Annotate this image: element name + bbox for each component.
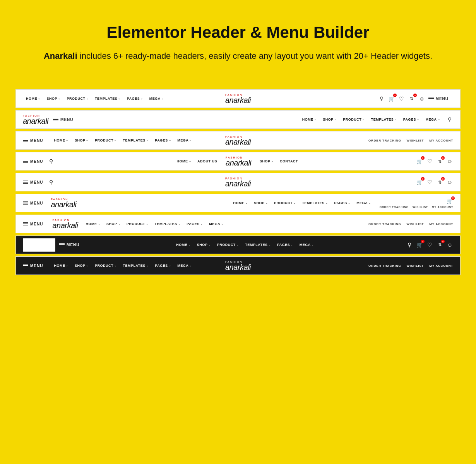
- icons-group-4: 🛒 0 ♡ ⇅ 0 ☺: [416, 158, 453, 165]
- nav-templates-7[interactable]: TEMPLATES ⌄: [152, 222, 184, 226]
- logo-text-3: anarkali: [225, 138, 251, 146]
- search-icon[interactable]: ⚲: [378, 95, 385, 102]
- nav-group-right-2: HOME ⌄ SHOP ⌄ PRODUCT ⌄ TEMPLATES ⌄ PAGE…: [299, 116, 453, 123]
- account-icon-8[interactable]: ☺: [446, 241, 453, 248]
- nav-product-2[interactable]: PRODUCT ⌄: [340, 118, 368, 121]
- nav-templates-3[interactable]: TEMPLATES ⌄: [120, 138, 152, 142]
- logo-center-5: FASHION anarkali: [225, 177, 251, 188]
- nav-pages-7[interactable]: PAGES ⌄: [183, 222, 206, 226]
- cart-icon-6[interactable]: 🛒 0: [446, 198, 453, 205]
- nav-shop-3[interactable]: SHOP ⌄: [72, 138, 92, 142]
- hamburger-menu-9[interactable]: MENU: [23, 264, 43, 268]
- my-account-6[interactable]: MY ACCOUNT: [432, 206, 453, 208]
- text-links-7: ORDER TRACKING WISHLIST MY ACCOUNT: [368, 222, 453, 226]
- nav-home-9[interactable]: HOME ⌄: [51, 264, 72, 268]
- nav-mega-6[interactable]: MEGA ⌄: [353, 201, 374, 205]
- search-icon-5[interactable]: ⚲: [48, 179, 55, 186]
- hamburger-menu-2[interactable]: MENU: [53, 118, 73, 122]
- my-account-9[interactable]: MY ACCOUNT: [429, 264, 453, 268]
- nav-shop-6[interactable]: SHOP ⌄: [251, 201, 271, 205]
- account-icon[interactable]: ☺: [418, 95, 425, 102]
- account-icon-5[interactable]: ☺: [446, 179, 453, 186]
- nav-shop-9[interactable]: SHOP ⌄: [72, 264, 92, 268]
- nav-home-6[interactable]: HOME ⌄: [230, 201, 251, 205]
- header-bar-5: MENU ⚲ FASHION anarkali 🛒 0 ♡ ⇅ 0 ☺: [15, 173, 461, 191]
- hamburger-menu-3[interactable]: MENU: [23, 138, 43, 143]
- wishlist-icon[interactable]: ♡: [398, 95, 405, 102]
- nav-product-8[interactable]: PRODUCT ⌄: [214, 243, 242, 247]
- nav-mega-9[interactable]: MEGA ⌄: [174, 264, 195, 268]
- nav-product-3[interactable]: PRODUCT ⌄: [92, 138, 120, 142]
- wishlist-3[interactable]: WISHLIST: [407, 139, 424, 142]
- cart-icon-8[interactable]: 🛒 0: [416, 241, 423, 248]
- search-icon-8[interactable]: ⚲: [406, 241, 413, 248]
- nav-templates-2[interactable]: TEMPLATES ⌄: [368, 118, 400, 121]
- hamburger-menu-8[interactable]: MENU: [59, 243, 79, 247]
- nav-7: HOME ⌄ SHOP ⌄ PRODUCT ⌄ TEMPLATES ⌄ PAGE…: [83, 222, 227, 226]
- hamburger-menu-7[interactable]: MENU: [23, 222, 43, 226]
- order-tracking-7[interactable]: ORDER TRACKING: [368, 222, 401, 226]
- nav-pages-1[interactable]: PAGES ⌄: [124, 97, 146, 101]
- search-icon-2[interactable]: ⚲: [446, 116, 453, 123]
- nav-shop-1[interactable]: SHOP ⌄: [44, 97, 64, 101]
- my-account-3[interactable]: MY ACCOUNT: [429, 139, 453, 142]
- order-tracking-3[interactable]: ORDER TRACKING: [368, 139, 401, 142]
- nav-pages-2[interactable]: PAGES ⌄: [400, 118, 423, 121]
- nav-center-8: HOME ⌄ SHOP ⌄ PRODUCT ⌄ TEMPLATES ⌄ PAGE…: [173, 243, 317, 247]
- nav-product-6[interactable]: PRODUCT ⌄: [271, 201, 299, 205]
- nav-pages-9[interactable]: PAGES ⌄: [152, 264, 174, 268]
- nav-shop-2[interactable]: SHOP ⌄: [320, 118, 340, 121]
- compare-badge-4: 0: [441, 156, 445, 160]
- nav-shop-7[interactable]: SHOP ⌄: [103, 222, 123, 226]
- account-icon-4[interactable]: ☺: [446, 158, 453, 165]
- my-account-7[interactable]: MY ACCOUNT: [429, 222, 453, 226]
- nav-pages-8[interactable]: PAGES ⌄: [274, 243, 296, 247]
- nav-home-1[interactable]: HOME ⌄: [23, 97, 44, 101]
- wishlist-icon-5[interactable]: ♡: [426, 179, 433, 186]
- nav-templates-9[interactable]: TEMPLATES ⌄: [120, 264, 152, 268]
- hero-title: Elementor Header & Menu Builder: [8, 23, 468, 42]
- nav-home-4[interactable]: HOME ⌄: [174, 159, 195, 163]
- nav-mega-3[interactable]: MEGA ⌄: [174, 138, 195, 142]
- nav-home-2[interactable]: HOME ⌄: [299, 118, 320, 121]
- compare-icon-5[interactable]: ⇅ 0: [436, 179, 443, 186]
- nav-mega-1[interactable]: MEGA ⌄: [146, 97, 167, 101]
- nav-templates-8[interactable]: TEMPLATES ⌄: [242, 243, 274, 247]
- hamburger-menu-4[interactable]: MENU: [23, 159, 43, 164]
- wishlist-6[interactable]: WISHLIST: [413, 206, 428, 208]
- nav-templates-6[interactable]: TEMPLATES ⌄: [299, 201, 331, 205]
- hamburger-menu-6[interactable]: MENU: [23, 201, 43, 205]
- hamburger-menu-1[interactable]: MENU: [428, 97, 449, 101]
- nav-right-6: HOME ⌄ SHOP ⌄ PRODUCT ⌄ TEMPLATES ⌄ PAGE…: [230, 201, 374, 205]
- wishlist-icon-4[interactable]: ♡: [426, 158, 433, 165]
- order-tracking-6[interactable]: ORDER TRACKING: [380, 206, 409, 208]
- nav-pages-3[interactable]: PAGES ⌄: [152, 138, 174, 142]
- nav-templates-1[interactable]: TEMPLATES ⌄: [92, 97, 124, 101]
- nav-mega-7[interactable]: MEGA ⌄: [206, 222, 227, 226]
- order-tracking-9[interactable]: ORDER TRACKING: [368, 264, 401, 268]
- nav-mega-8[interactable]: MEGA ⌄: [296, 243, 317, 247]
- nav-home-8[interactable]: HOME ⌄: [173, 243, 194, 247]
- cart-icon-4[interactable]: 🛒 0: [416, 158, 423, 165]
- nav-shop-4[interactable]: SHOP ⌄: [257, 159, 277, 163]
- nav-home-3[interactable]: HOME ⌄: [51, 138, 72, 142]
- nav-product-9[interactable]: PRODUCT ⌄: [92, 264, 120, 268]
- compare-icon-4[interactable]: ⇅ 0: [436, 158, 443, 165]
- wishlist-7[interactable]: WISHLIST: [407, 222, 424, 226]
- nav-shop-8[interactable]: SHOP ⌄: [194, 243, 214, 247]
- nav-mega-2[interactable]: MEGA ⌄: [423, 118, 443, 121]
- wishlist-icon-8[interactable]: ♡: [426, 241, 433, 248]
- cart-icon[interactable]: 🛒 0: [388, 95, 395, 102]
- nav-product-1[interactable]: PRODUCT ⌄: [64, 97, 92, 101]
- cart-icon-5[interactable]: 🛒 0: [416, 179, 423, 186]
- wishlist-9[interactable]: WISHLIST: [407, 264, 424, 268]
- nav-about-4[interactable]: ABOUT US: [194, 159, 220, 163]
- nav-contact-4[interactable]: CONTACT: [277, 159, 301, 163]
- compare-icon-8[interactable]: ⇅ 0: [436, 241, 443, 248]
- hamburger-menu-5[interactable]: MENU: [23, 180, 43, 184]
- search-icon-4[interactable]: ⚲: [48, 158, 55, 165]
- nav-pages-6[interactable]: PAGES ⌄: [331, 201, 353, 205]
- compare-icon[interactable]: ⇅ 0: [408, 95, 415, 102]
- nav-home-7[interactable]: HOME ⌄: [83, 222, 104, 226]
- nav-product-7[interactable]: PRODUCT ⌄: [123, 222, 152, 226]
